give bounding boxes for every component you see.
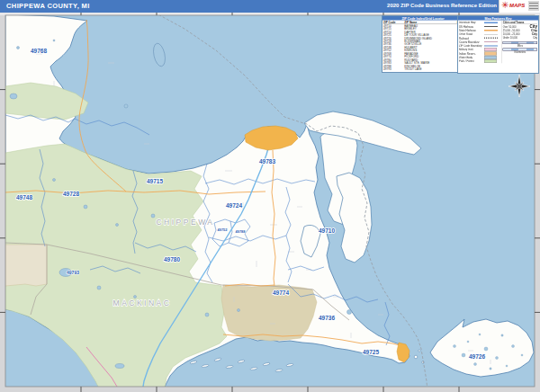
- zip-index-panel: ZIP Code Index/Grid Locator ZIP Code ZIP…: [382, 15, 464, 73]
- zip-label-49728: 49728: [63, 191, 79, 197]
- interstate-line-sample: [484, 22, 498, 23]
- logo-text: MAPS: [509, 3, 525, 8]
- zip-label-49710: 49710: [319, 227, 335, 234]
- zip-label-49793: 49793: [67, 270, 79, 275]
- zip-label-49715: 49715: [147, 178, 163, 184]
- feature-column: Interstate Hwy US Highway State Highway …: [458, 21, 501, 64]
- page-title: CHIPPEWA COUNTY, MI: [6, 2, 90, 10]
- zip-index-row: 49793TROUT LAKE1D: [383, 67, 463, 70]
- zip-label-49752: 49752: [217, 227, 228, 232]
- zip-label-49780: 49780: [164, 256, 180, 263]
- zip-label-49725: 49725: [363, 349, 379, 355]
- zip-boundary-sample: [484, 45, 498, 46]
- zip-label-49726: 49726: [469, 353, 485, 360]
- scale-bar-miles: Miles: [503, 41, 537, 47]
- zip-label-49748: 49748: [16, 194, 32, 200]
- zip-label-49788: 49788: [235, 229, 246, 234]
- zip-index-title: ZIP Code Index/Grid Locator: [382, 16, 464, 21]
- zip-label-49724: 49724: [226, 202, 242, 209]
- county-label-chippewa: CHIPPEWA: [156, 218, 214, 227]
- map-key-panel: Map Features Key Interstate Hwy US Highw…: [457, 15, 539, 74]
- scale-bar-kilometers: Kilometers: [503, 49, 537, 54]
- road-line-sample: [484, 34, 498, 35]
- adjacent-county-mackinac: [221, 285, 317, 341]
- cities-column: Cities and Towns Over 50,000City 25,000 …: [501, 21, 538, 64]
- county-label-mackinac: MACKINAC: [113, 298, 172, 307]
- logo-fineprint: [528, 1, 539, 11]
- edition-label: 2020 ZIP Code Business Reference Edition: [387, 3, 497, 8]
- zip-label-49783: 49783: [259, 158, 275, 165]
- zip-label-49736: 49736: [319, 315, 335, 321]
- publisher-logo: ✳ MAPS: [499, 0, 540, 13]
- title-bar: CHIPPEWA COUNTY, MI 2020 ZIP Code Busine…: [0, 0, 540, 13]
- zip-label-49774: 49774: [273, 290, 289, 296]
- map-page: CHIPPEWA COUNTY, MI 2020 ZIP Code Busine…: [0, 0, 540, 392]
- county-boundary-sample: [484, 41, 498, 42]
- adjacent-county-luce: [5, 245, 47, 286]
- logo-burst-icon: ✳: [501, 0, 508, 10]
- zip-index-table: ZIP Code ZIP Name Grid 49710BARBEAU4C 49…: [383, 21, 463, 71]
- zip-label-49768: 49768: [31, 48, 47, 54]
- park-forest-swatch: [484, 59, 497, 63]
- us-highway-line-sample: [484, 26, 498, 27]
- railroad-line-sample: [484, 38, 498, 40]
- state-highway-line-sample: [484, 30, 498, 31]
